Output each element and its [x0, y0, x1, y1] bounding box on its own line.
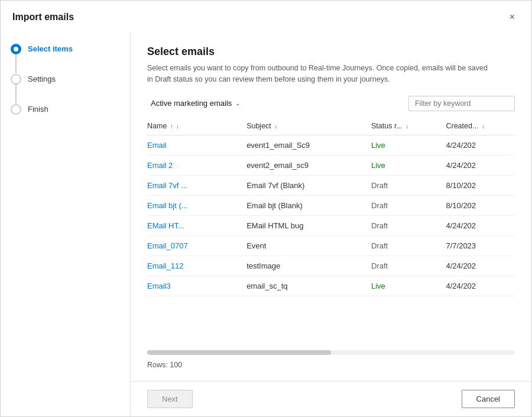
- step-label-settings: Settings: [28, 73, 56, 85]
- cell-subject: email_sc_tq: [241, 276, 365, 296]
- cell-name: Email 7vf ...: [147, 175, 241, 195]
- email-link[interactable]: Email_0707: [147, 241, 188, 250]
- table-row: Email_112 testImage Draft 4/24/202: [147, 256, 515, 276]
- email-link[interactable]: Email bjt (...: [147, 201, 188, 210]
- next-button[interactable]: Next: [147, 390, 193, 408]
- cell-status: Live: [365, 135, 440, 155]
- dialog-title: Import emails: [12, 12, 74, 22]
- col-header-created[interactable]: Created... ↓: [440, 117, 515, 135]
- email-table: Name ↑ ↓ Subject ↓ Status r...: [147, 117, 515, 296]
- col-header-status[interactable]: Status r... ↓: [365, 117, 440, 135]
- cell-created: 8/10/202: [440, 195, 515, 215]
- step-select-items: Select items: [10, 43, 121, 54]
- cell-created: 4/24/202: [440, 215, 515, 235]
- cell-status: Draft: [365, 235, 440, 256]
- cell-subject: testImage: [241, 256, 365, 276]
- cell-name: Email3: [147, 276, 241, 296]
- table-row: Email bjt (... Email bjt (Blank) Draft 8…: [147, 195, 515, 215]
- cell-subject: EMail HTML bug: [241, 215, 365, 235]
- cell-name: Email_0707: [147, 235, 241, 256]
- email-link[interactable]: Email: [147, 141, 167, 150]
- cell-status: Draft: [365, 195, 440, 215]
- cell-created: 8/10/202: [440, 175, 515, 195]
- cancel-button[interactable]: Cancel: [462, 390, 515, 408]
- cell-name: Email 2: [147, 155, 241, 175]
- dialog-header: Import emails ×: [1, 1, 531, 31]
- horizontal-scrollbar[interactable]: [147, 350, 515, 355]
- sort-icon-status: ↓: [406, 123, 408, 130]
- step-circle-finish: [11, 104, 21, 115]
- table-row: Email event1_email_Sc9 Live 4/24/202: [147, 135, 515, 155]
- rows-info: Rows: 100: [147, 356, 515, 371]
- cell-name: Email_112: [147, 256, 241, 276]
- table-row: Email_0707 Event Draft 7/7/2023: [147, 235, 515, 256]
- cell-subject: event1_email_Sc9: [241, 135, 365, 155]
- sort-desc-icon: ↓: [176, 123, 179, 130]
- email-link[interactable]: Email_112: [147, 261, 183, 270]
- cell-subject: Email 7vf (Blank): [241, 175, 365, 195]
- cell-subject: event2_email_sc9: [241, 155, 365, 175]
- cell-subject: Event: [241, 235, 365, 256]
- sort-icon-subject: ↓: [274, 123, 277, 130]
- cell-name: EMail HT...: [147, 215, 241, 235]
- email-link[interactable]: EMail HT...: [147, 221, 184, 230]
- table-row: Email 7vf ... Email 7vf (Blank) Draft 8/…: [147, 175, 515, 195]
- cell-status: Live: [365, 276, 440, 296]
- table-header-row: Name ↑ ↓ Subject ↓ Status r...: [147, 117, 515, 135]
- chevron-down-icon: ⌄: [235, 100, 240, 106]
- table-row: Email3 email_sc_tq Live 4/24/202: [147, 276, 515, 296]
- email-table-container: Name ↑ ↓ Subject ↓ Status r...: [147, 117, 515, 347]
- dialog-body: Select items Settings Finish: [1, 31, 531, 416]
- cell-name: Email bjt (...: [147, 195, 241, 215]
- email-link[interactable]: Email 7vf ...: [147, 181, 187, 190]
- import-emails-dialog: Import emails × Select items Settings: [0, 0, 532, 417]
- col-header-subject[interactable]: Subject ↓: [241, 117, 365, 135]
- cell-created: 4/24/202: [440, 256, 515, 276]
- step-circle-settings: [11, 74, 21, 85]
- scrollbar-thumb: [147, 350, 331, 355]
- close-button[interactable]: ×: [505, 10, 520, 24]
- cell-subject: Email bjt (Blank): [241, 195, 365, 215]
- cell-status: Draft: [365, 175, 440, 195]
- step-label-select-items: Select items: [28, 43, 73, 54]
- step-settings: Settings: [10, 73, 121, 85]
- table-row: EMail HT... EMail HTML bug Draft 4/24/20…: [147, 215, 515, 235]
- sort-icon-created: ↓: [482, 123, 485, 130]
- step-label-finish: Finish: [28, 104, 48, 115]
- dialog-footer: Next Cancel: [131, 381, 531, 416]
- cell-status: Draft: [365, 256, 440, 276]
- keyword-filter-input[interactable]: [408, 96, 515, 111]
- toolbar: Active marketing emails ⌄: [147, 96, 515, 111]
- filter-dropdown[interactable]: Active marketing emails ⌄: [147, 96, 244, 110]
- cell-status: Draft: [365, 215, 440, 235]
- step-circle-select-items: [11, 44, 21, 54]
- step-finish: Finish: [10, 104, 121, 115]
- table-row: Email 2 event2_email_sc9 Live 4/24/202: [147, 155, 515, 175]
- content-inner: Select emails Select emails you want to …: [131, 31, 531, 381]
- cell-created: 7/7/2023: [440, 235, 515, 256]
- content-area: Select emails Select emails you want to …: [131, 31, 531, 416]
- filter-dropdown-label: Active marketing emails: [151, 99, 232, 108]
- cell-status: Live: [365, 155, 440, 175]
- col-header-name[interactable]: Name ↑ ↓: [147, 117, 241, 135]
- email-link[interactable]: Email 2: [147, 161, 173, 170]
- cell-created: 4/24/202: [440, 276, 515, 296]
- content-title: Select emails: [147, 46, 515, 58]
- cell-created: 4/24/202: [440, 135, 515, 155]
- sort-asc-icon: ↑: [170, 123, 173, 130]
- sidebar: Select items Settings Finish: [1, 31, 131, 416]
- email-link[interactable]: Email3: [147, 282, 171, 290]
- content-description: Select emails you want to copy from outb…: [147, 63, 490, 85]
- cell-created: 4/24/202: [440, 155, 515, 175]
- cell-name: Email: [147, 135, 241, 155]
